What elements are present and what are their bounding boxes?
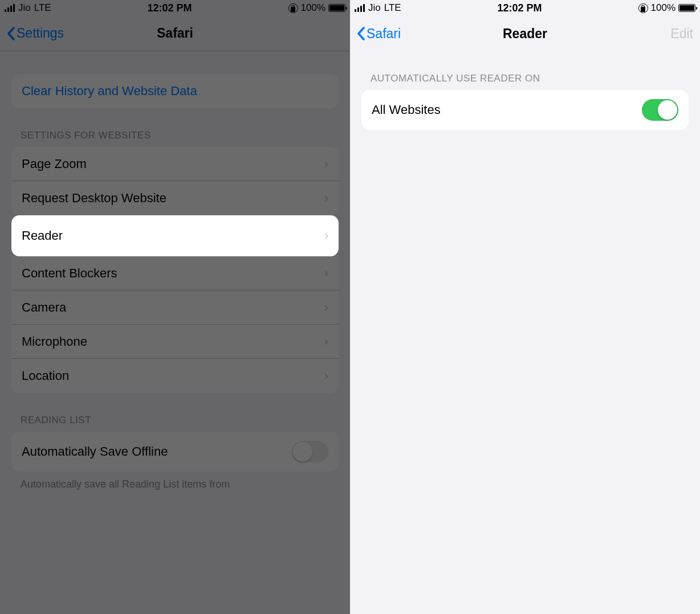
all-websites-toggle[interactable]: [642, 99, 678, 121]
location-label: Location: [22, 369, 69, 383]
chevron-right-icon: ›: [324, 369, 328, 383]
all-websites-row[interactable]: All Websites: [361, 90, 689, 130]
chevron-right-icon: ›: [324, 266, 328, 281]
reader-label: Reader: [22, 228, 63, 243]
signal-icon: [5, 4, 15, 12]
rotation-lock-icon: [288, 3, 298, 13]
status-bar: Jio LTE 12:02 PM 100%: [350, 0, 700, 16]
network-label: LTE: [34, 2, 51, 14]
reader-settings-screen: Jio LTE 12:02 PM 100% Safari Reader Edit…: [350, 0, 700, 614]
auto-save-offline-toggle[interactable]: [292, 441, 328, 462]
battery-icon: [678, 4, 695, 12]
clear-history-label: Clear History and Website Data: [22, 84, 197, 99]
safari-settings-screen: Jio LTE 12:02 PM 100% Settings Safari Cl…: [0, 0, 350, 614]
chevron-right-icon: ›: [324, 334, 328, 349]
nav-bar: Settings Safari: [0, 16, 350, 51]
back-label: Safari: [367, 26, 401, 42]
camera-label: Camera: [22, 300, 66, 315]
auto-save-offline-row[interactable]: Automatically Save Offline: [11, 432, 339, 472]
microphone-row[interactable]: Microphone ›: [11, 325, 339, 359]
reading-list-header: READING LIST: [0, 415, 350, 432]
chevron-right-icon: ›: [324, 300, 328, 315]
settings-websites-header: SETTINGS FOR WEBSITES: [0, 130, 350, 147]
battery-percent: 100%: [301, 2, 325, 14]
network-label: LTE: [384, 2, 401, 14]
back-label: Settings: [17, 26, 64, 41]
chevron-right-icon: ›: [324, 228, 328, 243]
page-zoom-label: Page Zoom: [22, 157, 87, 171]
camera-row[interactable]: Camera ›: [11, 290, 339, 325]
page-zoom-row[interactable]: Page Zoom ›: [11, 147, 339, 181]
nav-bar: Safari Reader Edit: [350, 16, 700, 51]
request-desktop-label: Request Desktop Website: [22, 191, 166, 206]
clear-history-button[interactable]: Clear History and Website Data: [11, 74, 339, 108]
time-label: 12:02 PM: [498, 2, 542, 14]
content-blockers-label: Content Blockers: [22, 266, 117, 281]
chevron-left-icon: [7, 27, 15, 40]
page-title: Safari: [157, 26, 193, 41]
page-title: Reader: [503, 26, 547, 42]
edit-button[interactable]: Edit: [670, 26, 693, 42]
all-websites-label: All Websites: [372, 103, 441, 117]
rotation-lock-icon: [638, 3, 648, 13]
auto-save-offline-label: Automatically Save Offline: [22, 444, 168, 459]
reader-row[interactable]: Reader ›: [11, 215, 339, 256]
auto-reader-header: AUTOMATICALLY USE READER ON: [350, 73, 700, 90]
content-blockers-row[interactable]: Content Blockers ›: [11, 256, 339, 290]
back-button[interactable]: Settings: [7, 26, 64, 41]
chevron-right-icon: ›: [324, 191, 328, 206]
time-label: 12:02 PM: [148, 2, 192, 14]
microphone-label: Microphone: [22, 334, 87, 349]
carrier-label: Jio: [18, 2, 31, 14]
battery-icon: [328, 4, 345, 12]
status-bar: Jio LTE 12:02 PM 100%: [0, 0, 350, 16]
location-row[interactable]: Location ›: [11, 359, 339, 393]
chevron-right-icon: ›: [324, 157, 328, 171]
battery-percent: 100%: [651, 2, 675, 14]
request-desktop-row[interactable]: Request Desktop Website ›: [11, 181, 339, 215]
back-button[interactable]: Safari: [357, 26, 401, 42]
auto-save-footer: Automatically save all Reading List item…: [0, 472, 350, 491]
signal-icon: [355, 4, 365, 12]
chevron-left-icon: [357, 27, 365, 40]
carrier-label: Jio: [368, 2, 381, 14]
